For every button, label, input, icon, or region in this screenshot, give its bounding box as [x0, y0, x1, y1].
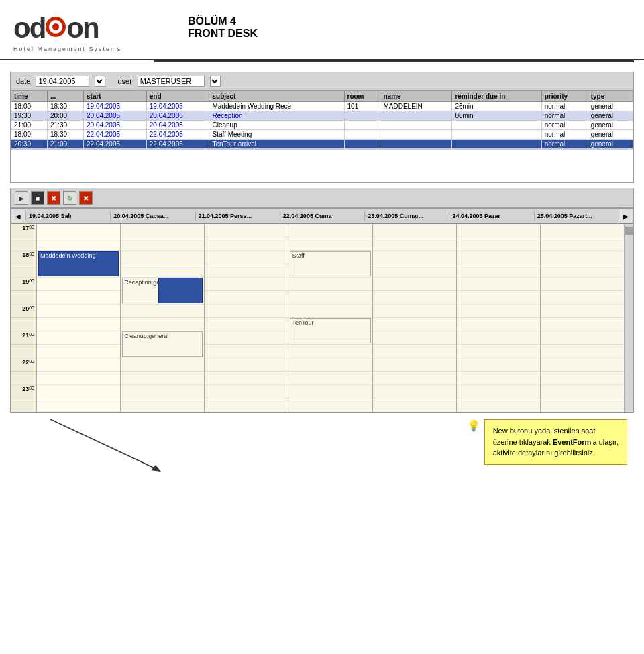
- col-subject: subject: [209, 91, 344, 102]
- cal-cell: [37, 291, 120, 305]
- cal-cell: [373, 331, 456, 345]
- schedule-table: time ... start end subject room name rem…: [11, 91, 633, 149]
- cal-cell: [121, 224, 204, 237]
- cell-type: general: [588, 130, 633, 140]
- cal-cell: [373, 237, 456, 251]
- event-block[interactable]: Maddedein Wedding: [38, 251, 119, 276]
- cell-start: 20.04.2005: [84, 111, 147, 121]
- cal-cell: [121, 358, 204, 372]
- btn-close-red[interactable]: ✖: [47, 191, 60, 205]
- logo-on: on: [66, 12, 98, 44]
- cal-cell: [37, 305, 120, 318]
- cal-cell: [457, 251, 540, 264]
- btn-stop[interactable]: ■: [31, 191, 44, 205]
- cal-cell: [541, 318, 624, 331]
- callout-text4: aktivite detaylarını girebilirsiniz: [493, 449, 593, 457]
- cell-reminder: [452, 121, 541, 130]
- table-row[interactable]: 18:00 18:30 19.04.2005 19.04.2005 Madded…: [11, 102, 633, 111]
- cal-cell: [37, 385, 120, 398]
- col-type: type: [588, 91, 633, 102]
- event-block[interactable]: Cleanup,general: [122, 331, 203, 357]
- cal-cell: [288, 345, 372, 358]
- cal-cell: [121, 372, 204, 385]
- cal-cell: [541, 224, 624, 237]
- cell-type: general: [588, 111, 633, 121]
- bulb-icon: 💡: [467, 419, 480, 432]
- cal-cell: [373, 224, 456, 237]
- btn-play[interactable]: ▶: [15, 191, 28, 205]
- cal-cell: [205, 237, 288, 251]
- cal-nav-next[interactable]: ▶: [619, 209, 633, 223]
- scrollbar-thumb[interactable]: [625, 227, 633, 235]
- cal-cell: [37, 331, 120, 345]
- table-header-row: time ... start end subject room name rem…: [11, 91, 633, 102]
- time-row: 2300: [11, 385, 36, 398]
- callout-text3: 'a ulaşır,: [591, 438, 619, 446]
- cell-end: 22.04.2005: [146, 130, 209, 140]
- btn-close2[interactable]: ✖: [79, 191, 93, 205]
- table-row[interactable]: 21:00 21:30 20.04.2005 20.04.2005 Cleanu…: [11, 121, 633, 130]
- table-row[interactable]: 18:00 18:30 22.04.2005 22.04.2005 Staff …: [11, 130, 633, 140]
- cal-cell: [205, 372, 288, 385]
- cal-cell: [37, 278, 120, 291]
- cell-reminder: [452, 140, 541, 149]
- cal-cell: [288, 291, 372, 305]
- col-start: start: [84, 91, 147, 102]
- event-block[interactable]: Staff: [290, 251, 370, 276]
- cal-cell: [457, 291, 540, 305]
- cal-cell: [457, 305, 540, 318]
- callout-text2: üzerine tıklayarak: [493, 438, 553, 446]
- user-input[interactable]: [138, 76, 205, 87]
- cal-cell: [457, 224, 540, 237]
- cal-col: [456, 224, 540, 412]
- cell-priority: normal: [541, 140, 588, 149]
- cal-col: [540, 224, 624, 412]
- user-dropdown[interactable]: [210, 76, 221, 87]
- cal-cell: [541, 305, 624, 318]
- cell-subject: Staff Meeting: [209, 130, 344, 140]
- table-row[interactable]: 20:30 21:00 22.04.2005 22.04.2005 TenTou…: [11, 140, 633, 149]
- cal-cell: [541, 251, 624, 264]
- cal-cell: [121, 251, 204, 264]
- cal-cell: [541, 398, 624, 412]
- cal-cell: [373, 372, 456, 385]
- cal-times: 1700180019002000210022002300: [11, 224, 36, 412]
- cal-cell: [373, 305, 456, 318]
- cal-cell: [121, 305, 204, 318]
- event-block[interactable]: [158, 278, 203, 303]
- cal-cell: [457, 345, 540, 358]
- logo-circle: [46, 17, 66, 37]
- cell-dot: 18:30: [48, 102, 84, 111]
- cell-name: [380, 140, 452, 149]
- table-row[interactable]: 19:30 20:00 20.04.2005 20.04.2005 Recept…: [11, 111, 633, 121]
- cal-cell: [457, 358, 540, 372]
- cal-cell: [205, 318, 288, 331]
- btn-refresh[interactable]: ↻: [63, 191, 76, 205]
- time-row: [11, 398, 36, 412]
- cal-cell: [37, 398, 120, 412]
- cal-days-header: 19.04.2005 Salı20.04.2005 Çapsa...21.04.…: [25, 211, 619, 221]
- cell-start: 20.04.2005: [84, 121, 147, 130]
- cal-col: Maddedein Wedding: [36, 224, 120, 412]
- cal-cell: [121, 318, 204, 331]
- cell-end: 20.04.2005: [146, 121, 209, 130]
- cal-cell: [288, 305, 372, 318]
- cal-cell: [205, 291, 288, 305]
- cal-cell: [541, 358, 624, 372]
- section-title: FRONT DESK: [188, 28, 258, 40]
- col-name: name: [380, 91, 452, 102]
- event-block[interactable]: TenTour: [290, 318, 370, 343]
- cal-cell: [457, 331, 540, 345]
- date-dropdown[interactable]: [95, 76, 105, 87]
- cal-day-header: 22.04.2005 Cuma: [280, 211, 364, 221]
- cal-cell: [541, 345, 624, 358]
- cal-nav-prev[interactable]: ◀: [11, 209, 25, 223]
- cell-time: 18:00: [11, 130, 48, 140]
- date-input[interactable]: [36, 76, 89, 87]
- cal-cell: [205, 398, 288, 412]
- cal-scrollbar[interactable]: [624, 224, 633, 412]
- cal-cell: [457, 318, 540, 331]
- cal-cell: [205, 331, 288, 345]
- cal-cell: [37, 345, 120, 358]
- cal-cell: [288, 358, 372, 372]
